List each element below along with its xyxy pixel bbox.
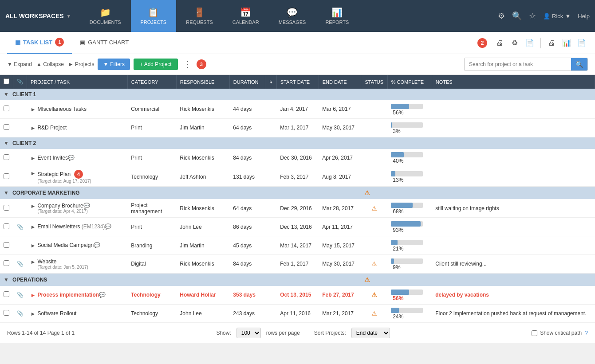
chat-icon: 💬: [68, 155, 75, 161]
row-task-cell: ► Website (Target date: Jun 5, 2017): [27, 254, 128, 273]
settings-icon[interactable]: ⚙: [498, 11, 505, 21]
tab-task-list[interactable]: ▦ TASK LIST 1: [7, 32, 72, 54]
nav-requests[interactable]: 🚪 REQUESTS: [176, 0, 223, 32]
pct-label: 40%: [393, 158, 403, 164]
search-button[interactable]: 🔍: [571, 58, 587, 70]
col-header-start[interactable]: START DATE: [276, 75, 319, 89]
row-checkbox[interactable]: [4, 205, 9, 211]
projects-table: 📎 PROJECT / TASK CATEGORY RESPONSIBLE DU…: [0, 75, 595, 323]
col-header-task[interactable]: PROJECT / TASK: [27, 75, 128, 89]
user-menu[interactable]: 👤 Rick ▼: [543, 13, 571, 20]
status-warn-icon: ⚠: [371, 310, 377, 317]
select-all-checkbox[interactable]: [4, 78, 9, 84]
row-checkbox[interactable]: [4, 124, 9, 130]
col-header-end[interactable]: END DATE: [319, 75, 361, 89]
row-responsible-cell: Jim Martin: [176, 118, 229, 137]
task-caret[interactable]: ►: [31, 292, 36, 298]
doc-icon[interactable]: 📄: [524, 37, 536, 49]
row-checkbox-cell[interactable]: [0, 167, 13, 187]
row-checkbox[interactable]: [4, 260, 9, 266]
show-label: Show:: [216, 330, 231, 336]
group-row-client2[interactable]: ▼ CLIENT 2: [0, 137, 595, 149]
row-checkbox-cell[interactable]: [0, 286, 13, 304]
nav-calendar[interactable]: 📅 CALENDAR: [223, 0, 269, 32]
col-header-category[interactable]: CATEGORY: [127, 75, 176, 89]
collapse-button[interactable]: ▲ Collapse: [36, 61, 64, 67]
row-checkbox-cell[interactable]: [0, 254, 13, 273]
group-row-corporate-marketing[interactable]: ▼ CORPORATE MARKETING ⚠: [0, 187, 595, 200]
recycle-icon[interactable]: ♻: [508, 37, 521, 49]
nav-projects[interactable]: 📋 PROJECTS: [131, 0, 177, 32]
global-search-icon[interactable]: 🔍: [512, 11, 522, 21]
row-checkbox-cell[interactable]: [0, 236, 13, 255]
task-caret[interactable]: ►: [31, 311, 36, 317]
group-row-client1[interactable]: ▼ CLIENT 1: [0, 89, 595, 100]
sort-projects-select[interactable]: End date Start date Name: [351, 328, 390, 338]
row-checkbox-cell[interactable]: [0, 149, 13, 167]
nav-documents[interactable]: 📁 DOCUMENTS: [80, 0, 131, 32]
attachment-icon: 📎: [17, 310, 24, 317]
print2-icon[interactable]: 🖨: [545, 37, 558, 49]
more-button[interactable]: ⋮: [181, 59, 193, 69]
row-checkbox-cell[interactable]: [0, 100, 13, 118]
row-category-cell: Technology: [127, 286, 176, 304]
tab-gantt-chart[interactable]: ▣ GANTT CHART: [72, 32, 137, 54]
row-checkbox[interactable]: [4, 310, 9, 316]
row-end-cell: May 30, 2017: [319, 118, 361, 137]
task-caret[interactable]: ►: [31, 125, 36, 131]
row-checkbox-cell[interactable]: [0, 199, 13, 217]
add-project-button[interactable]: + Add Project: [134, 59, 178, 70]
table-row: ► Social Media Campaign💬 Branding Jim Ma…: [0, 236, 595, 255]
help-button[interactable]: Help: [578, 13, 590, 20]
print-icon[interactable]: 🖨: [493, 37, 506, 49]
row-responsible-cell: Rick Mosenkis: [176, 254, 229, 273]
col-header-check[interactable]: [0, 75, 13, 89]
search-input[interactable]: [465, 59, 571, 70]
sort-label: Sort Projects:: [314, 330, 346, 336]
workspace-selector[interactable]: ALL WORKSPACES ▼: [5, 12, 71, 20]
row-dep-cell: [265, 286, 276, 304]
projects-filter[interactable]: ► Projects: [68, 61, 95, 67]
row-checkbox[interactable]: [4, 291, 9, 297]
pdf-icon[interactable]: 📄: [575, 37, 588, 49]
nav-items: 📁 DOCUMENTS 📋 PROJECTS 🚪 REQUESTS 📅 CALE…: [80, 0, 498, 32]
task-caret[interactable]: ►: [31, 243, 36, 249]
row-checkbox[interactable]: [4, 106, 9, 111]
row-checkbox[interactable]: [4, 223, 9, 229]
row-attach-cell: 📎: [13, 286, 27, 304]
row-checkbox-cell[interactable]: [0, 218, 13, 236]
task-caret[interactable]: ►: [31, 106, 36, 113]
favorites-icon[interactable]: ☆: [529, 11, 536, 21]
critical-path-help[interactable]: ?: [584, 329, 588, 337]
col-header-duration[interactable]: DURATION: [229, 75, 265, 89]
group-row-operations[interactable]: ▼ OPERATIONS ⚠: [0, 273, 595, 286]
task-caret[interactable]: ►: [31, 224, 36, 230]
task-caret[interactable]: ►: [31, 259, 36, 265]
nav-messages[interactable]: 💬 MESSAGES: [269, 0, 316, 32]
spreadsheet-icon[interactable]: 📊: [560, 37, 573, 49]
critical-path-checkbox[interactable]: [532, 330, 537, 336]
row-pct-cell: 24%: [387, 304, 432, 323]
row-checkbox[interactable]: [4, 154, 9, 160]
row-checkbox-cell[interactable]: [0, 304, 13, 323]
group-warn-cell: ⚠: [361, 187, 387, 200]
rows-per-page-select[interactable]: 100 50 25: [236, 328, 261, 338]
row-checkbox-cell[interactable]: [0, 118, 13, 137]
tab-gantt-label: GANTT CHART: [88, 39, 129, 46]
row-checkbox[interactable]: [4, 173, 9, 179]
task-caret[interactable]: ►: [31, 203, 36, 209]
nav-reports[interactable]: 📊 REPORTS: [315, 0, 359, 32]
col-header-responsible[interactable]: RESPONSIBLE: [176, 75, 229, 89]
col-header-notes[interactable]: NOTES: [432, 75, 595, 89]
row-notes-cell: [432, 118, 595, 137]
row-checkbox[interactable]: [4, 242, 9, 248]
group-cell: ▼ CORPORATE MARKETING: [0, 187, 361, 200]
expand-button[interactable]: ▼ Expand: [7, 61, 32, 67]
task-caret[interactable]: ►: [31, 155, 36, 161]
task-name-text: Social Media Campaign: [37, 242, 94, 248]
filter-button[interactable]: ▼ Filters: [98, 59, 130, 70]
col-header-status[interactable]: STATUS: [361, 75, 387, 89]
task-caret[interactable]: ►: [31, 170, 36, 176]
group-pct-cell: [387, 89, 432, 100]
col-header-pct[interactable]: % COMPLETE: [387, 75, 432, 89]
